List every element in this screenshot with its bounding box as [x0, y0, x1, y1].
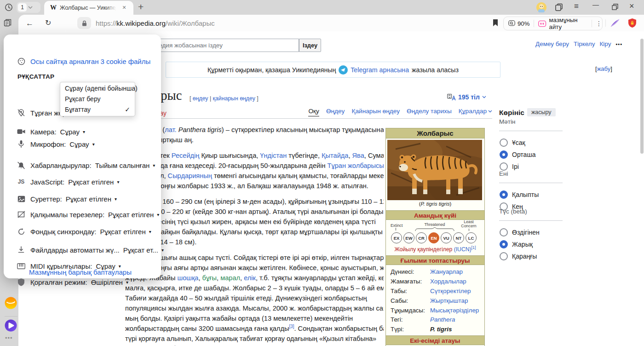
taxonomy-value[interactable]: Жануарлар [430, 267, 463, 277]
user-link[interactable]: Кіру [599, 40, 611, 47]
maximize-icon[interactable] [612, 4, 618, 10]
radio-option[interactable]: Жарық [500, 240, 533, 249]
article-link[interactable]: [3] [289, 324, 294, 329]
article-link[interactable]: Ресейдің [172, 152, 200, 159]
zoom-control[interactable]: 90% [508, 20, 529, 27]
tab-Қайнарын өңдеу[interactable]: Қайнарын өңдеу [351, 108, 400, 115]
caret-down-icon[interactable]: ▾ [83, 129, 85, 134]
radio-icon[interactable] [500, 252, 508, 260]
user-link[interactable]: Демеу беру [535, 40, 569, 47]
caret-down-icon[interactable]: ▾ [149, 229, 151, 234]
tab-group-chip[interactable]: 1 [17, 2, 40, 13]
taxonomy-value[interactable]: Мысықтәрізділер [430, 306, 479, 316]
article-link[interactable]: марал [220, 274, 240, 282]
radio-option[interactable]: Өздігінен [500, 228, 540, 237]
article-link[interactable]: Қытайда [322, 152, 348, 159]
permission-row[interactable]: Микрофон:Сұрау▾ [17, 139, 95, 149]
wiki-search-input[interactable] [138, 39, 299, 52]
history-icon[interactable] [5, 3, 13, 12]
caret-down-icon[interactable]: ▾ [157, 212, 159, 217]
bookmark-icon[interactable] [492, 19, 499, 27]
article-link[interactable]: Сырдарияның [168, 172, 212, 179]
alice-assistant-icon[interactable] [5, 319, 17, 332]
content-settings-link[interactable]: Мазмұнның барлық баптаулары [29, 268, 132, 276]
user-menu-icon[interactable]: ••• [615, 41, 622, 47]
radio-option[interactable]: Орташа [500, 150, 535, 159]
profile-avatar[interactable] [536, 2, 546, 12]
menu-option[interactable]: Рұқсат беру [60, 94, 135, 104]
article-link[interactable]: Тұран жолбарысы [328, 162, 384, 169]
yandex-pen-icon[interactable] [610, 18, 620, 28]
back-icon[interactable]: ← [26, 19, 34, 28]
radio-selected-icon[interactable] [500, 150, 508, 159]
caret-down-icon[interactable]: ▾ [117, 179, 119, 185]
article-link[interactable]: лат. [165, 126, 176, 133]
permission-row[interactable]: Қорғалған режим:Өшірілген▾ [17, 277, 128, 287]
permission-row[interactable]: Суреттер:Рұқсат етілген▾ [17, 194, 117, 204]
reload-icon[interactable]: ↻ [45, 18, 51, 27]
caret-down-icon[interactable]: ▾ [115, 196, 117, 202]
close-window-icon[interactable]: × [629, 1, 634, 11]
permission-row[interactable]: Файлдарды автоматты жү...Рұқсат ет...▾ [17, 245, 164, 255]
article-link[interactable]: шошқа [177, 274, 198, 282]
browser-menu-icon[interactable]: ≡ [574, 2, 579, 11]
yandex-mail-icon[interactable] [5, 297, 17, 309]
radio-selected-icon[interactable] [500, 190, 508, 199]
user-link[interactable]: Тіркелу [574, 40, 595, 47]
cookies-row[interactable]: Осы сайтқа арналған 3 cookie файлы [17, 56, 150, 66]
side-panels-icon[interactable] [555, 3, 563, 12]
caret-down-icon[interactable]: ▾ [92, 142, 95, 147]
edit-source-link[interactable]: қайнарын өңдеу [213, 95, 255, 102]
chip-more-icon[interactable]: ⋮ [596, 20, 602, 27]
status-link[interactable]: Жойылу қаупіндегілер [394, 246, 452, 253]
site-lock-chip[interactable] [77, 17, 91, 29]
minimize-icon[interactable]: — [592, 1, 599, 8]
article-link[interactable]: Ява [352, 152, 364, 159]
article-link[interactable]: елік [244, 274, 256, 282]
tiger-image[interactable] [387, 140, 482, 200]
tab-Өңделу тарихы[interactable]: Өңделу тарихы [407, 108, 452, 115]
permission-row[interactable]: Хабарландырулар:Тыйым салынған▾ [17, 160, 155, 170]
read-alo​ud-button[interactable]: мазмұнын айту [538, 17, 588, 30]
wiki-search-button[interactable]: Іздеу [299, 39, 321, 52]
new-tab-button[interactable]: + [138, 1, 144, 12]
tabs-panel-icon[interactable] [3, 18, 12, 27]
address-bar[interactable]: https://kk.wikipedia.org/wiki/Жолбарыс [96, 19, 215, 27]
taxonomy-value[interactable]: Panthera [430, 315, 455, 325]
caret-down-icon[interactable]: ▾ [126, 280, 128, 285]
tab-close-icon[interactable]: × [122, 4, 126, 11]
taxonomy-value[interactable]: Жыртқыштар [430, 296, 468, 306]
language-selector[interactable]: 195 тіл [447, 93, 486, 101]
adblock-shield-icon[interactable] [627, 18, 637, 28]
radio-icon[interactable] [500, 162, 508, 171]
radio-icon[interactable] [500, 138, 508, 147]
taxonomy-value[interactable]: Хордалылар [430, 277, 466, 287]
browser-tab[interactable]: W Жолбарыс — Уикипед × [44, 1, 133, 15]
taxonomy-value[interactable]: Сүтқоректілер [430, 287, 471, 296]
permission-row[interactable]: Камера:Сұрау▾ [17, 127, 85, 137]
tab-Оқу[interactable]: Оқу [308, 108, 319, 116]
caret-down-icon[interactable]: ▾ [161, 248, 164, 253]
caret-down-icon[interactable]: ▾ [119, 264, 121, 269]
radio-icon[interactable] [500, 228, 508, 236]
radio-option[interactable]: Ірі [500, 162, 519, 171]
permission-row[interactable]: JSJavaScript:Рұқсат етілген▾ [17, 177, 119, 187]
radio-selected-icon[interactable] [500, 240, 508, 248]
telegram-link[interactable]: Telegram арнасына [351, 66, 409, 74]
edit-link[interactable]: өңдеу [193, 95, 208, 102]
tab-Құралдар[interactable]: Құралдар [459, 108, 492, 115]
caret-down-icon[interactable]: ▾ [153, 163, 155, 168]
tab-Өңдеу[interactable]: Өңдеу [326, 108, 345, 115]
appearance-hide-button[interactable]: жасыру [527, 108, 556, 116]
radio-option[interactable]: Ұсақ [500, 138, 525, 147]
article-link[interactable]: Үндістан [260, 152, 287, 159]
sidebar-more-icon[interactable]: ••• [5, 334, 13, 341]
banner-close-link[interactable]: [жабу] [595, 65, 612, 72]
cookies-link[interactable]: Осы сайтқа арналған 3 cookie файлы [30, 58, 150, 65]
page-scrollbar[interactable] [640, 39, 644, 154]
radio-option[interactable]: Қараңғы [500, 252, 537, 261]
menu-option[interactable]: Бұғаттау✓ [60, 104, 135, 115]
radio-option[interactable]: Қалыпты [500, 190, 539, 199]
article-link[interactable]: бұғы [202, 274, 217, 282]
menu-option[interactable]: Сұрау (әдепкі бойынша) [60, 83, 135, 94]
